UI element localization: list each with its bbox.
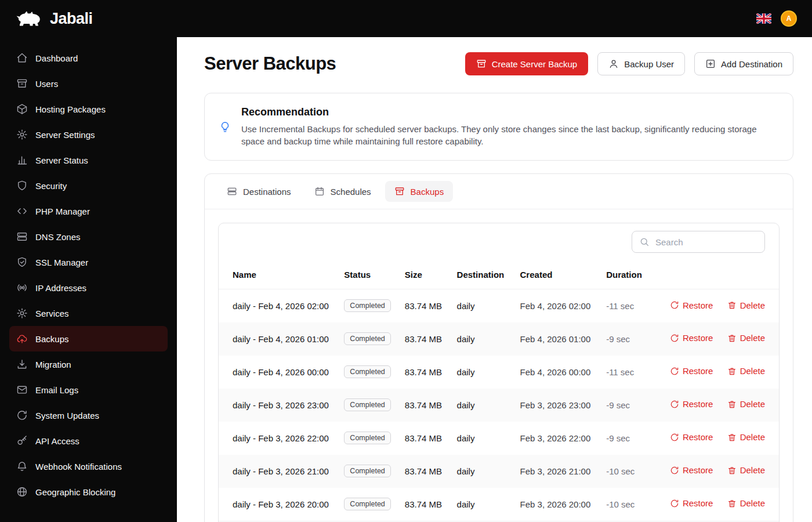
- add-destination-button[interactable]: Add Destination: [694, 52, 793, 75]
- create-server-backup-button[interactable]: Create Server Backup: [465, 52, 589, 75]
- refresh-icon: [670, 334, 679, 343]
- delete-button[interactable]: Delete: [727, 366, 765, 376]
- backups-table-card: Name Status Size Destination Created Dur…: [218, 223, 780, 522]
- restore-button[interactable]: Restore: [670, 399, 713, 409]
- backup-name: daily - Feb 4, 2026 01:00: [219, 322, 337, 356]
- backup-destination: daily: [450, 488, 513, 521]
- refresh-icon: [670, 499, 679, 508]
- backup-destination: daily: [450, 455, 513, 488]
- sidebar-item-backups[interactable]: Backups: [9, 326, 168, 351]
- backup-destination: daily: [450, 322, 513, 356]
- column-header-created: Created: [513, 260, 600, 289]
- status-badge: Completed: [344, 398, 390, 411]
- sidebar-item-migration[interactable]: Migration: [9, 351, 168, 377]
- backup-destination: daily: [450, 289, 513, 322]
- calendar-icon: [314, 186, 325, 197]
- sidebar-item-server-status[interactable]: Server Status: [9, 147, 168, 173]
- boar-logo-icon: [15, 10, 44, 28]
- search-box: [632, 231, 765, 253]
- table-row: daily - Feb 3, 2026 20:00 Completed 83.7…: [219, 488, 779, 521]
- backup-size: 83.74 MB: [398, 422, 450, 455]
- sidebar-item-webhook-notifications[interactable]: Webhook Notifications: [9, 454, 168, 479]
- column-header-size: Size: [398, 260, 450, 289]
- sidebar-item-users[interactable]: Users: [9, 71, 168, 96]
- column-header-actions: [651, 260, 779, 289]
- delete-button[interactable]: Delete: [727, 432, 765, 442]
- cloud-upload-icon: [16, 333, 28, 345]
- brand-logo[interactable]: Jabali: [15, 10, 93, 28]
- status-badge: Completed: [344, 332, 390, 345]
- table-row: daily - Feb 4, 2026 02:00 Completed 83.7…: [219, 289, 779, 322]
- sidebar-item-ssl-manager[interactable]: SSL Manager: [9, 249, 168, 275]
- refresh-icon: [670, 300, 679, 310]
- backup-name: daily - Feb 3, 2026 22:00: [219, 422, 337, 455]
- backups-panel: Destinations Schedules Backups: [204, 173, 793, 522]
- table-row: daily - Feb 3, 2026 21:00 Completed 83.7…: [219, 455, 779, 488]
- tab-schedules[interactable]: Schedules: [305, 181, 380, 202]
- delete-button[interactable]: Delete: [727, 300, 765, 310]
- plus-square-icon: [705, 59, 716, 69]
- delete-button[interactable]: Delete: [727, 333, 765, 343]
- column-header-destination: Destination: [450, 260, 513, 289]
- sidebar-item-hosting-packages[interactable]: Hosting Packages: [9, 96, 168, 122]
- restore-button[interactable]: Restore: [670, 333, 713, 343]
- backup-size: 83.74 MB: [398, 488, 450, 521]
- tab-backups[interactable]: Backups: [385, 181, 454, 202]
- code-icon: [16, 205, 28, 217]
- sidebar: Dashboard Users Hosting Packages Server …: [0, 37, 177, 522]
- table-row: daily - Feb 3, 2026 22:00 Completed 83.7…: [219, 422, 779, 455]
- restore-button[interactable]: Restore: [670, 465, 713, 475]
- tabs-bar: Destinations Schedules Backups: [205, 174, 793, 209]
- backup-size: 83.74 MB: [398, 289, 450, 322]
- backup-destination: daily: [450, 422, 513, 455]
- sidebar-item-email-logs[interactable]: Email Logs: [9, 377, 168, 403]
- trash-icon: [727, 334, 737, 343]
- backup-size: 83.74 MB: [398, 455, 450, 488]
- backup-user-button[interactable]: Backup User: [597, 52, 685, 75]
- sidebar-item-server-settings[interactable]: Server Settings: [9, 122, 168, 147]
- drive-icon: [16, 231, 28, 242]
- bell-icon: [16, 461, 28, 472]
- restore-button[interactable]: Restore: [670, 366, 713, 376]
- gear-icon: [16, 129, 28, 140]
- archive-icon: [394, 186, 405, 197]
- backup-duration: -11 sec: [599, 356, 651, 389]
- sidebar-item-ip-addresses[interactable]: IP Addresses: [9, 275, 168, 300]
- search-input[interactable]: [654, 237, 757, 248]
- sidebar-item-php-manager[interactable]: PHP Manager: [9, 198, 168, 224]
- home-icon: [16, 52, 28, 64]
- bar-chart-icon: [16, 154, 28, 166]
- sidebar-item-services[interactable]: Services: [9, 300, 168, 326]
- trash-icon: [727, 466, 737, 475]
- user-avatar[interactable]: A: [781, 10, 797, 27]
- delete-button[interactable]: Delete: [727, 399, 765, 409]
- sidebar-item-geographic-blocking[interactable]: Geographic Blocking: [9, 479, 168, 505]
- delete-button[interactable]: Delete: [727, 498, 765, 508]
- sidebar-item-dashboard[interactable]: Dashboard: [9, 45, 168, 71]
- page-title: Server Backups: [204, 53, 336, 74]
- table-row: daily - Feb 3, 2026 23:00 Completed 83.7…: [219, 389, 779, 422]
- mail-icon: [16, 384, 28, 396]
- gear-icon: [16, 307, 28, 319]
- backup-duration: -10 sec: [599, 488, 651, 521]
- restore-button[interactable]: Restore: [670, 498, 713, 508]
- download-icon: [16, 358, 28, 370]
- backup-name: daily - Feb 3, 2026 21:00: [219, 455, 337, 488]
- sidebar-item-security[interactable]: Security: [9, 173, 168, 198]
- column-header-name: Name: [219, 260, 337, 289]
- language-flag-uk[interactable]: [756, 13, 771, 24]
- sidebar-item-dns-zones[interactable]: DNS Zones: [9, 224, 168, 249]
- backup-name: daily - Feb 4, 2026 00:00: [219, 356, 337, 389]
- sidebar-item-system-updates[interactable]: System Updates: [9, 403, 168, 428]
- backup-name: daily - Feb 3, 2026 23:00: [219, 389, 337, 422]
- restore-button[interactable]: Restore: [670, 432, 713, 442]
- backup-size: 83.74 MB: [398, 322, 450, 356]
- trash-icon: [727, 499, 737, 508]
- tab-destinations[interactable]: Destinations: [217, 181, 300, 202]
- shield-icon: [16, 180, 28, 191]
- delete-button[interactable]: Delete: [727, 465, 765, 475]
- status-badge: Completed: [344, 465, 390, 477]
- restore-button[interactable]: Restore: [670, 300, 713, 310]
- globe-icon: [16, 486, 28, 498]
- sidebar-item-api-access[interactable]: API Access: [9, 428, 168, 454]
